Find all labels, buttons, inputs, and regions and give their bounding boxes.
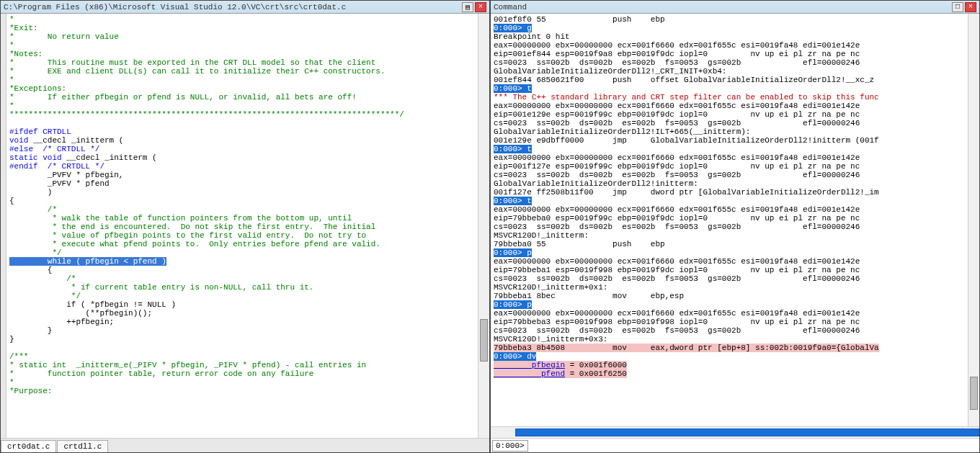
code-line: if ( *pfbegin != NULL ) <box>9 300 176 309</box>
out-line: GlobalVariableInitializeOrderDll2!ILT+66… <box>494 127 750 136</box>
source-pane: C:\Program Files (x86)\Microsoft Visual … <box>0 0 490 453</box>
out-line: 79bbeba0 55 push ebp <box>494 240 665 248</box>
dbg-prompt: 0:000> p <box>494 300 532 309</box>
code-line: /* <box>9 205 57 214</box>
out-line: eip=001ef844 esp=0019f9a8 ebp=0019f9dc i… <box>494 50 860 58</box>
out-line: eip=79bbeba3 esp=0019f998 ebp=0019f998 i… <box>494 318 860 326</box>
code-line: * If either pfbegin or pfend is NULL, or… <box>9 93 357 102</box>
scrollbar-thumb[interactable] <box>970 377 978 410</box>
code-line: * EXE and client DLL(s) can call it to i… <box>9 67 386 76</box>
source-titlebar: C:\Program Files (x86)\Microsoft Visual … <box>1 1 489 14</box>
dbg-prompt: 0:000> p <box>494 248 532 257</box>
code-line: void <box>9 136 28 145</box>
code-line: * function pointer table, return error c… <box>9 369 313 378</box>
code-line: * if current table entry is non-NULL, ca… <box>9 283 313 292</box>
out-line: eax=00000000 ebx=00000000 ecx=001f6660 e… <box>494 205 860 214</box>
code-line: #else /* CRTDLL */ <box>9 145 99 153</box>
out-line: 001ef8f0 55 push ebp <box>494 15 665 24</box>
menu-icon[interactable]: ▤ <box>462 2 473 12</box>
out-line: cs=0023 ss=002b ds=002b es=002b fs=0053 … <box>494 274 860 283</box>
source-content: * *Exit: * No return value * *Notes: * T… <box>1 14 489 438</box>
out-line: eip=001e129e esp=0019f99c ebp=0019f9dc i… <box>494 110 860 119</box>
tab-crtdll[interactable]: crtdll.c <box>57 440 108 452</box>
code-line: _PVFV * pfend <box>9 179 110 188</box>
out-line: eip=001f127e esp=0019f99c ebp=0019f9dc i… <box>494 162 860 171</box>
code-line: * No return value <box>9 32 119 41</box>
command-scrollbar-h[interactable] <box>491 426 979 438</box>
out-line: 001f127e ff2508b11f00 jmp dword ptr [Glo… <box>494 188 879 197</box>
dbg-prompt: 0:000> g <box>494 24 532 32</box>
out-line: MSVCR120D!_initterm+0x1: <box>494 283 607 292</box>
out-line: cs=0023 ss=002b ds=002b es=002b fs=0053 … <box>494 58 860 67</box>
close-icon[interactable]: × <box>475 2 486 12</box>
out-line-var: pfend = 0x001f6250 <box>494 369 627 378</box>
command-input-row: 0:000> <box>491 438 979 452</box>
gutter <box>1 14 6 438</box>
command-scrollbar-v[interactable] <box>968 14 979 426</box>
out-line-var: pfbegin = 0x001f6000 <box>494 361 627 369</box>
code-line: ) <box>9 188 52 197</box>
code-line: * <box>9 76 14 84</box>
code-line: */ <box>9 248 62 257</box>
command-titlebar: Command □ × <box>491 1 979 14</box>
code-line: __cdecl _initterm ( <box>28 136 123 145</box>
out-line: cs=0023 ss=002b ds=002b es=002b fs=0053 … <box>494 326 860 335</box>
var-pfend[interactable]: pfend <box>494 369 565 378</box>
maximize-icon[interactable]: □ <box>952 2 963 12</box>
tab-crt0dat[interactable]: crt0dat.c <box>1 440 56 452</box>
code-line: #endif /* CRTDLL */ <box>9 162 104 171</box>
command-output[interactable]: 001ef8f0 55 push ebp 0:000> g Breakpoint… <box>491 14 968 426</box>
code-line: * static int _initterm_e(_PIFV * pfbegin… <box>9 361 366 369</box>
out-line: cs=0023 ss=002b ds=002b es=002b fs=0053 … <box>494 119 860 127</box>
scrollbar-thumb[interactable] <box>480 319 488 362</box>
code-line-highlighted: while ( pfbegin < pfend ) <box>9 257 166 266</box>
code-line: __cdecl _initterm ( <box>62 153 157 162</box>
var-pfbegin[interactable]: pfbegin <box>494 361 565 369</box>
scrollbar-thumb-h[interactable] <box>515 429 979 436</box>
dbg-prompt: 0:000> t <box>494 84 532 93</box>
out-line: cs=0023 ss=002b ds=002b es=002b fs=0053 … <box>494 223 860 231</box>
code-line: * execute what pfend points to. Only ent… <box>9 240 380 248</box>
source-title: C:\Program Files (x86)\Microsoft Visual … <box>4 3 462 12</box>
code-line: * This routine must be exported in the C… <box>9 58 375 67</box>
out-line-current: 79bbeba3 8b4508 mov eax,dword ptr [ebp+8… <box>494 344 879 352</box>
code-line: *Exit: <box>9 24 38 32</box>
code-line: /*** <box>9 352 28 361</box>
code-line: ++pfbegin; <box>9 318 114 326</box>
command-pane: Command □ × 001ef8f0 55 push ebp 0:000> … <box>490 0 980 453</box>
code-line: *Notes: <box>9 50 43 58</box>
out-line: 001e129e e9dbff0000 jmp GlobalVariableIn… <box>494 136 879 145</box>
out-line: GlobalVariableInitializeOrderDll2!initte… <box>494 179 698 188</box>
out-line: eax=00000000 ebx=00000000 ecx=001f6660 e… <box>494 41 860 50</box>
dbg-prompt: 0:000> t <box>494 197 532 205</box>
code-line: * walk the table of function pointers fr… <box>9 214 352 223</box>
out-line: MSVCR120D!_initterm+0x3: <box>494 335 607 344</box>
command-title: Command <box>494 3 952 12</box>
code-line: } <box>9 335 14 344</box>
command-content: 001ef8f0 55 push ebp 0:000> g Breakpoint… <box>491 14 979 426</box>
out-line: eax=00000000 ebx=00000000 ecx=001f6660 e… <box>494 257 860 266</box>
code-line: ****************************************… <box>9 110 404 119</box>
code-body[interactable]: * *Exit: * No return value * *Notes: * T… <box>6 14 478 438</box>
code-line: */ <box>9 292 81 300</box>
command-prompt: 0:000> <box>492 440 528 452</box>
out-line-error: *** The C++ standard library and CRT ste… <box>494 93 879 102</box>
code-line: * value of pfbegin points to the first v… <box>9 231 366 240</box>
source-scrollbar-v[interactable] <box>478 14 489 438</box>
out-line: eip=79bbeba0 esp=0019f99c ebp=0019f9dc i… <box>494 214 860 223</box>
code-line: * <box>9 102 14 110</box>
out-line: eax=00000000 ebx=00000000 ecx=001f6660 e… <box>494 102 860 110</box>
code-line: _PVFV * pfbegin, <box>9 171 123 179</box>
out-line: eip=79bbeba1 esp=0019f998 ebp=0019f9dc i… <box>494 266 860 274</box>
out-line: eax=00000000 ebx=00000000 ecx=001f6660 e… <box>494 153 860 162</box>
command-input[interactable] <box>530 441 979 450</box>
out-line: MSVCR120D!_initterm: <box>494 231 589 240</box>
out-line: GlobalVariableInitializeOrderDll2!_CRT_I… <box>494 67 726 76</box>
code-line: { <box>9 197 14 205</box>
close-icon[interactable]: × <box>965 2 976 12</box>
code-line: (**pfbegin)(); <box>9 309 152 318</box>
out-line: 001ef844 6850621f00 push offset GlobalVa… <box>494 76 874 84</box>
code-line: /* <box>9 274 76 283</box>
code-line: * <box>9 41 14 50</box>
code-line: } <box>9 326 52 335</box>
